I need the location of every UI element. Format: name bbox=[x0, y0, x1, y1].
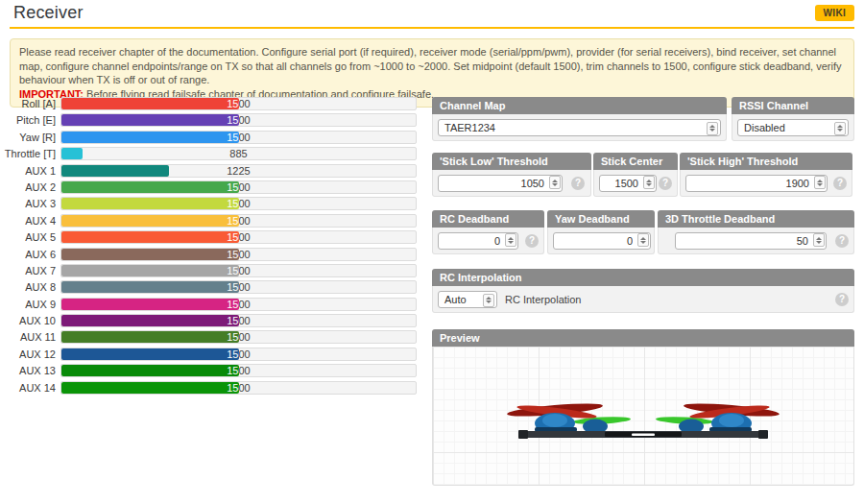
channel-label: AUX 13 bbox=[4, 364, 60, 377]
help-icon[interactable]: ? bbox=[571, 177, 585, 190]
select-arrows-icon bbox=[483, 294, 494, 307]
channel-meter: 15001500 bbox=[60, 97, 417, 110]
stick-high-input[interactable] bbox=[685, 175, 828, 192]
channel-meter: 15001500 bbox=[60, 248, 417, 261]
channel-bar: 885 bbox=[61, 148, 83, 159]
channel-row: AUX 1115001500 bbox=[4, 330, 417, 344]
channel-value-overlay: 1500 bbox=[61, 265, 239, 276]
channel-row: AUX 1015001500 bbox=[4, 314, 417, 327]
stick-high-panel: 'Stick High' Threshold ? bbox=[680, 153, 852, 197]
channel-label: AUX 1 bbox=[4, 164, 60, 178]
spinner-icon[interactable] bbox=[813, 233, 825, 247]
spinner-icon[interactable] bbox=[505, 233, 516, 247]
rssi-channel-select[interactable]: Disabled bbox=[737, 119, 849, 136]
rc-deadband-panel: RC Deadband ? bbox=[432, 210, 544, 254]
channel-value-overlay: 1500 bbox=[61, 281, 239, 293]
channel-label: AUX 11 bbox=[4, 330, 60, 344]
channel-row: AUX 715001500 bbox=[4, 264, 417, 277]
channel-bar: 1500 bbox=[61, 365, 239, 376]
rc-interpolation-label: RC Interpolation bbox=[505, 294, 582, 305]
channel-bar: 1500 bbox=[61, 249, 239, 260]
channel-row: Pitch [E]15001500 bbox=[4, 113, 417, 127]
channel-row: AUX 215001500 bbox=[4, 180, 417, 194]
page-title: Receiver bbox=[13, 3, 84, 23]
channel-meter: 15001500 bbox=[60, 298, 417, 311]
channel-label: AUX 7 bbox=[4, 264, 60, 277]
rc-interpolation-panel: RC Interpolation Auto RC Interpolation ? bbox=[432, 269, 854, 313]
channel-label: Pitch [E] bbox=[4, 113, 60, 127]
rc-interpolation-header: RC Interpolation bbox=[432, 269, 854, 286]
channel-value: 885 bbox=[61, 148, 416, 160]
channel-meter: 12251225 bbox=[60, 164, 417, 178]
channel-value-overlay: 1225 bbox=[61, 165, 169, 177]
channel-row: Roll [A]15001500 bbox=[4, 97, 417, 110]
channel-bar: 1500 bbox=[61, 181, 239, 193]
yaw-deadband-input[interactable] bbox=[553, 232, 651, 250]
channel-row: AUX 915001500 bbox=[4, 298, 417, 311]
rssi-channel-panel: RSSI Channel Disabled bbox=[732, 97, 854, 141]
channel-row: AUX 415001500 bbox=[4, 214, 417, 228]
channel-bar: 1500 bbox=[61, 198, 239, 209]
rssi-channel-value: Disabled bbox=[744, 122, 785, 133]
help-icon[interactable]: ? bbox=[833, 177, 847, 190]
channel-label: Roll [A] bbox=[4, 97, 60, 110]
settings-column: Channel Map TAER1234 RSSI Channel Disabl… bbox=[432, 97, 854, 500]
channel-value-overlay: 1500 bbox=[61, 249, 239, 260]
channel-bar: 1500 bbox=[61, 231, 239, 243]
channel-label: AUX 14 bbox=[4, 381, 60, 395]
channel-row: AUX 112251225 bbox=[4, 164, 417, 178]
channel-meter: 15001500 bbox=[60, 314, 417, 327]
rc-deadband-header: RC Deadband bbox=[432, 210, 544, 228]
channel-meter: 15001500 bbox=[60, 180, 417, 194]
page-header: Receiver WIKI bbox=[10, 0, 854, 29]
wiki-button[interactable]: WIKI bbox=[815, 5, 854, 21]
channel-value-overlay: 1500 bbox=[61, 98, 239, 109]
spinner-icon[interactable] bbox=[814, 176, 826, 189]
stick-low-input[interactable] bbox=[438, 175, 563, 192]
stick-center-header: Stick Center bbox=[593, 153, 678, 170]
throttle-3d-deadband-header: 3D Throttle Deadband bbox=[658, 210, 854, 228]
channel-meter: 15001500 bbox=[60, 280, 417, 294]
channel-map-value: TAER1234 bbox=[444, 122, 495, 133]
channel-bar: 1500 bbox=[61, 382, 239, 394]
channel-label: AUX 12 bbox=[4, 348, 60, 361]
channel-meter: 15001500 bbox=[60, 113, 417, 127]
stick-high-header: 'Stick High' Threshold bbox=[680, 153, 852, 170]
stick-low-panel: 'Stick Low' Threshold ? bbox=[432, 153, 591, 197]
channel-map-select[interactable]: TAER1234 bbox=[438, 119, 721, 136]
note-body: Please read receiver chapter of the docu… bbox=[19, 46, 842, 85]
channel-label: Yaw [R] bbox=[4, 131, 60, 144]
channel-value-overlay: 1500 bbox=[61, 231, 239, 243]
spinner-icon[interactable] bbox=[643, 176, 655, 189]
yaw-deadband-header: Yaw Deadband bbox=[547, 210, 655, 228]
channel-meter: 15001500 bbox=[60, 131, 417, 144]
channel-meter: 15001500 bbox=[60, 381, 417, 395]
channel-value-overlay: 1500 bbox=[61, 365, 239, 376]
channel-value-overlay: 1500 bbox=[61, 299, 239, 310]
spinner-icon[interactable] bbox=[637, 233, 649, 247]
stick-center-panel: Stick Center ? bbox=[593, 153, 678, 197]
channel-meter: 15001500 bbox=[60, 214, 417, 228]
channel-label: AUX 4 bbox=[4, 214, 60, 228]
channel-value-overlay: 1500 bbox=[61, 198, 239, 209]
rc-interpolation-value: Auto bbox=[444, 294, 467, 305]
help-icon[interactable]: ? bbox=[525, 234, 539, 248]
help-icon[interactable]: ? bbox=[659, 177, 672, 190]
help-icon[interactable]: ? bbox=[835, 293, 849, 306]
channel-value-overlay: 1500 bbox=[61, 215, 239, 227]
channel-bar: 1500 bbox=[61, 132, 239, 143]
channel-value-overlay: 1500 bbox=[61, 331, 239, 343]
preview-header: Preview bbox=[432, 329, 854, 347]
stick-low-header: 'Stick Low' Threshold bbox=[432, 153, 591, 170]
channel-value-overlay: 1500 bbox=[61, 132, 239, 143]
channel-map-panel: Channel Map TAER1234 bbox=[432, 97, 727, 141]
help-icon[interactable]: ? bbox=[835, 234, 849, 248]
channel-label: AUX 8 bbox=[4, 280, 60, 294]
spinner-icon[interactable] bbox=[549, 176, 561, 189]
channel-bar: 1500 bbox=[61, 331, 239, 343]
channel-row: AUX 1415001500 bbox=[4, 381, 417, 395]
select-arrows-icon bbox=[707, 122, 718, 135]
channel-value-overlay: 885 bbox=[61, 148, 83, 159]
rc-interpolation-select[interactable]: Auto bbox=[438, 291, 497, 308]
throttle-3d-deadband-input[interactable] bbox=[675, 232, 827, 250]
